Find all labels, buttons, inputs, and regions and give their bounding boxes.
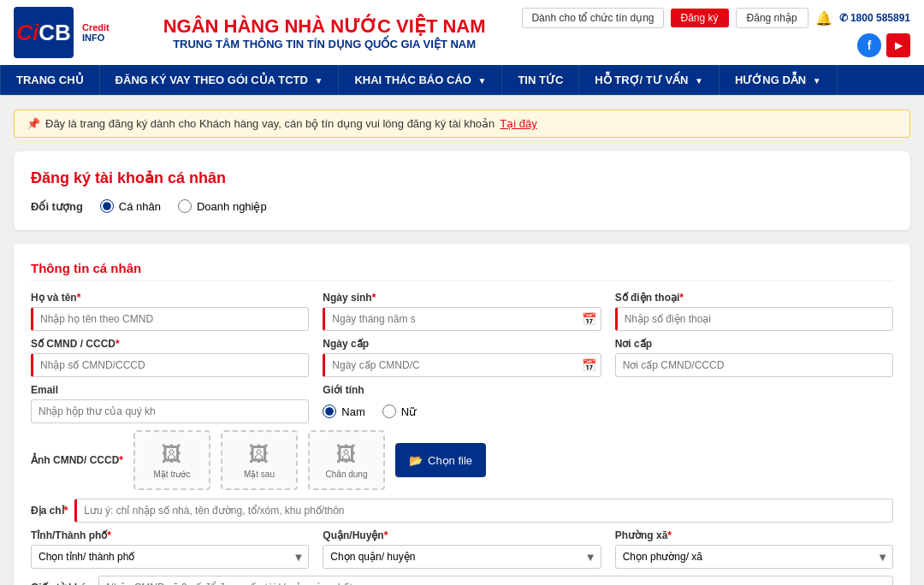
ngay-sinh-label: Ngày sinh* <box>323 292 601 304</box>
so-cmnd-input[interactable] <box>31 353 309 377</box>
register-card: Đăng ký tài khoản cá nhân Đối tượng Cá n… <box>14 151 910 230</box>
nam-label: Nam <box>341 405 364 418</box>
chan-dung-upload[interactable]: 🖼 Chân dung <box>308 430 385 490</box>
logo-area: CiCB Credit INFO <box>14 7 110 58</box>
noi-cap-field: Nơi cấp <box>615 338 893 377</box>
ho-va-ten-label: Họ và tên* <box>31 292 309 304</box>
anh-cmnd-row: Ảnh CMND/ CCCD* 🖼 Mặt trước 🖼 Mặt sau 🖼 … <box>31 430 893 490</box>
quan-label: Quận/Huyện* <box>323 529 601 541</box>
nav-tin-tuc[interactable]: TIN TỨC <box>502 65 579 95</box>
pin-icon: 📌 <box>27 117 40 130</box>
tinh-select[interactable]: Chọn tỉnh/ thành phố <box>31 545 309 569</box>
so-cmnd-field: Số CMND / CCCD* <box>31 338 309 377</box>
mat-truoc-upload[interactable]: 🖼 Mặt trước <box>133 430 210 490</box>
giay-to-label: Giấy tờ khác <box>31 582 92 585</box>
dia-chi-row: Địa chỉ* <box>31 499 893 523</box>
facebook-icon[interactable]: f <box>857 33 881 57</box>
tinh-select-wrapper: Chọn tỉnh/ thành phố ▼ <box>31 545 309 569</box>
so-dien-thoai-label: Số điện thoại* <box>615 292 893 304</box>
ho-va-ten-field: Họ và tên* <box>31 292 309 331</box>
location-row: Tỉnh/Thành phố* Chọn tỉnh/ thành phố ▼ Q… <box>31 529 893 569</box>
ca-nhan-label: Cá nhân <box>119 200 161 213</box>
calendar-icon[interactable]: 📅 <box>582 312 596 326</box>
phone-text: ✆ 1800 585891 <box>839 12 910 24</box>
email-field: Email <box>31 384 309 423</box>
anh-cmnd-label: Ảnh CMND/ CCCD* <box>31 454 123 466</box>
nam-radio-input[interactable] <box>323 405 336 418</box>
form-row-1: Họ và tên* Ngày sinh* 📅 Số điện thoại* <box>31 292 893 331</box>
mat-sau-upload[interactable]: 🖼 Mặt sau <box>221 430 298 490</box>
bell-icon[interactable]: 🔔 <box>815 10 832 27</box>
nav-huong-dan[interactable]: HƯỚNG DẪN ▼ <box>720 65 838 95</box>
phuong-select[interactable]: Chọn phường/ xã <box>615 545 893 569</box>
calendar-icon-2[interactable]: 📅 <box>582 358 596 372</box>
alert-text: Đây là trang đăng ký dành cho Khách hàng… <box>45 117 495 130</box>
social-icons: f ▶ <box>857 33 910 57</box>
nav-trangchu[interactable]: TRANG CHỦ <box>0 65 100 95</box>
form-row-2: Số CMND / CCCD* Ngày cấp 📅 Nơi cấp <box>31 338 893 377</box>
email-label: Email <box>31 384 309 396</box>
logo-subtext: Credit INFO <box>82 22 110 43</box>
main-content: 📌 Đây là trang đăng ký dành cho Khách hà… <box>0 96 924 585</box>
dangnhap-button[interactable]: Đăng nhập <box>736 8 808 28</box>
nu-radio-input[interactable] <box>382 405 396 418</box>
register-title: Đăng ký tài khoản cá nhân <box>31 168 893 187</box>
alert-link[interactable]: Tại đây <box>500 117 536 130</box>
danhcho-button[interactable]: Dành cho tổ chức tín dụng <box>522 8 663 28</box>
image-icon-3: 🖼 <box>336 442 357 466</box>
ngay-sinh-input[interactable] <box>323 307 601 331</box>
ngay-cap-wrapper: 📅 <box>323 353 601 377</box>
header-title-block: NGÂN HÀNG NHÀ NƯỚC VIỆT NAM TRUNG TÂM TH… <box>127 15 523 50</box>
quan-select-wrapper: Chọn quận/ huyện ▼ <box>323 545 601 569</box>
folder-icon: 📂 <box>409 454 423 467</box>
email-input[interactable] <box>31 399 309 423</box>
dangky-button[interactable]: Đăng ký <box>671 9 729 27</box>
so-cmnd-label: Số CMND / CCCD* <box>31 338 309 350</box>
nu-radio[interactable]: Nữ <box>382 405 416 418</box>
ngay-cap-label: Ngày cấp <box>323 338 601 350</box>
alert-bar: 📌 Đây là trang đăng ký dành cho Khách hà… <box>14 109 910 138</box>
quan-select[interactable]: Chọn quận/ huyện <box>323 545 601 569</box>
doanh-nghiep-radio-input[interactable] <box>178 199 192 213</box>
chon-file-button[interactable]: 📂 Chọn file <box>395 443 486 477</box>
nav-dangky-vay[interactable]: ĐĂNG KÝ VAY THEO GÓI CỦA TCTD ▼ <box>100 65 340 95</box>
phuong-label: Phường xã* <box>615 529 893 541</box>
ca-nhan-radio-input[interactable] <box>100 199 114 213</box>
noi-cap-input[interactable] <box>615 353 893 377</box>
so-dien-thoai-input[interactable] <box>615 307 893 331</box>
main-nav: TRANG CHỦ ĐĂNG KÝ VAY THEO GÓI CỦA TCTD … <box>0 65 924 95</box>
ngay-sinh-wrapper: 📅 <box>323 307 601 331</box>
empty-col <box>615 384 893 423</box>
header-right: Dành cho tổ chức tín dụng Đăng ký Đăng n… <box>522 8 910 57</box>
header-top: CiCB Credit INFO NGÂN HÀNG NHÀ NƯỚC VIỆT… <box>0 0 924 65</box>
sub-title: TRUNG TÂM THÔNG TIN TÍN DỤNG QUỐC GIA VI… <box>127 38 523 50</box>
ngay-cap-input[interactable] <box>323 353 601 377</box>
ho-va-ten-input[interactable] <box>31 307 309 331</box>
gioi-tinh-field: Giới tính Nam Nữ <box>323 384 601 423</box>
logo-icon: CiCB <box>14 7 74 58</box>
doanh-nghiep-radio[interactable]: Doanh nghiệp <box>178 199 267 213</box>
nam-radio[interactable]: Nam <box>323 405 364 418</box>
form-row-3: Email Giới tính Nam Nữ <box>31 384 893 423</box>
ca-nhan-radio[interactable]: Cá nhân <box>100 199 161 213</box>
giay-to-row: Giấy tờ khác <box>31 576 893 585</box>
gioi-tinh-radio-group: Nam Nữ <box>323 399 601 418</box>
chevron-down-icon: ▼ <box>477 76 486 86</box>
header: CiCB Credit INFO NGÂN HÀNG NHÀ NƯỚC VIỆT… <box>0 0 924 96</box>
youtube-icon[interactable]: ▶ <box>886 33 910 57</box>
personal-info-card: Thông tin cá nhân Họ và tên* Ngày sinh* … <box>14 244 910 585</box>
phuong-field: Phường xã* Chọn phường/ xã ▼ <box>615 529 893 569</box>
tinh-label: Tỉnh/Thành phố* <box>31 529 309 541</box>
nu-label: Nữ <box>401 405 416 418</box>
dia-chi-input[interactable] <box>74 499 893 523</box>
tinh-field: Tỉnh/Thành phố* Chọn tỉnh/ thành phố ▼ <box>31 529 309 569</box>
mat-truoc-label: Mặt trước <box>154 470 191 479</box>
image-icon: 🖼 <box>162 442 182 466</box>
nav-ho-tro[interactable]: HỖ TRỢ/ TƯ VẤN ▼ <box>579 65 720 95</box>
doi-tuong-label: Đối tượng <box>31 200 83 213</box>
so-dien-thoai-field: Số điện thoại* <box>615 292 893 331</box>
nav-khai-thac[interactable]: KHAI THÁC BÁO CÁO ▼ <box>339 65 502 95</box>
giay-to-input[interactable] <box>98 576 893 585</box>
ngay-sinh-field: Ngày sinh* 📅 <box>323 292 601 331</box>
doi-tuong-radio-group: Cá nhân Doanh nghiệp <box>100 199 267 213</box>
